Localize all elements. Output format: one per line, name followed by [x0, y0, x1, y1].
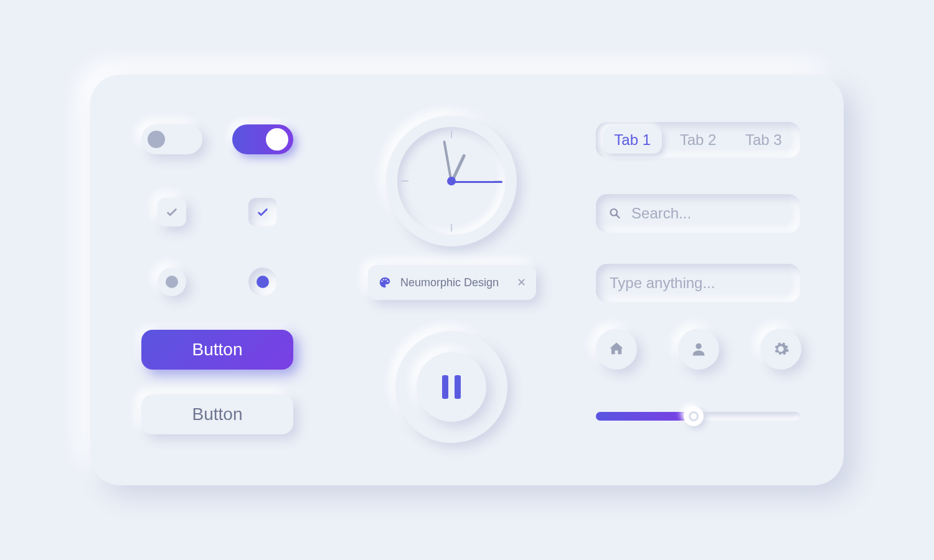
- gear-icon: [772, 340, 790, 358]
- home-icon: [608, 340, 625, 358]
- ui-kit-card: Button Button Neumorphic Design ✕ Tab 1 …: [90, 75, 844, 485]
- radio-dot: [257, 276, 269, 288]
- tab-3[interactable]: Tab 3: [734, 126, 793, 154]
- tab-1[interactable]: Tab 1: [603, 126, 662, 154]
- button-label: Button: [192, 340, 243, 360]
- check-icon: [256, 205, 270, 219]
- button-label: Button: [192, 404, 243, 424]
- clock-tick: [401, 180, 408, 182]
- tab-label: Tab 3: [745, 131, 782, 148]
- svg-point-2: [385, 279, 387, 280]
- checkbox-grey[interactable]: [158, 198, 186, 226]
- tab-2[interactable]: Tab 2: [669, 126, 728, 154]
- search-input[interactable]: [630, 204, 788, 223]
- svg-point-6: [696, 343, 701, 349]
- tab-bar: Tab 1 Tab 2 Tab 3: [596, 122, 800, 158]
- toggle-knob: [148, 131, 165, 148]
- text-field[interactable]: [596, 264, 800, 302]
- primary-button[interactable]: Button: [141, 330, 293, 370]
- clock-second-hand: [451, 181, 502, 183]
- radio-dot: [166, 276, 178, 288]
- tab-label: Tab 2: [680, 131, 717, 148]
- clock: [386, 116, 517, 246]
- radio-grey[interactable]: [158, 268, 186, 296]
- home-button[interactable]: [596, 329, 637, 370]
- checkbox-accent[interactable]: [248, 198, 277, 226]
- toggle-knob: [266, 128, 288, 151]
- pause-button[interactable]: [417, 352, 486, 422]
- palette-icon: [378, 276, 392, 289]
- media-button-outer: [395, 331, 507, 443]
- clock-center: [447, 177, 456, 185]
- close-icon[interactable]: ✕: [517, 276, 526, 289]
- tab-label: Tab 1: [614, 131, 651, 148]
- check-icon: [165, 205, 179, 219]
- text-input[interactable]: [608, 274, 788, 292]
- secondary-button[interactable]: Button: [141, 394, 293, 434]
- clock-tick: [451, 224, 452, 231]
- svg-point-3: [387, 281, 388, 282]
- clock-face: [397, 127, 506, 235]
- clock-tick: [451, 131, 452, 138]
- chip-label: Neumorphic Design: [400, 276, 499, 289]
- toggle-on[interactable]: [232, 124, 293, 154]
- user-button[interactable]: [678, 329, 719, 370]
- svg-line-5: [616, 215, 619, 218]
- settings-button[interactable]: [760, 329, 801, 370]
- toggle-off[interactable]: [141, 124, 202, 154]
- chip[interactable]: Neumorphic Design ✕: [368, 265, 536, 300]
- svg-point-0: [381, 281, 382, 282]
- pause-icon: [442, 375, 461, 399]
- user-icon: [690, 340, 707, 358]
- slider-thumb[interactable]: [684, 406, 704, 426]
- slider-fill: [596, 412, 694, 421]
- search-field[interactable]: [596, 194, 800, 233]
- slider[interactable]: [596, 412, 800, 421]
- svg-point-1: [383, 279, 384, 280]
- search-icon: [608, 206, 621, 221]
- radio-accent[interactable]: [248, 268, 277, 296]
